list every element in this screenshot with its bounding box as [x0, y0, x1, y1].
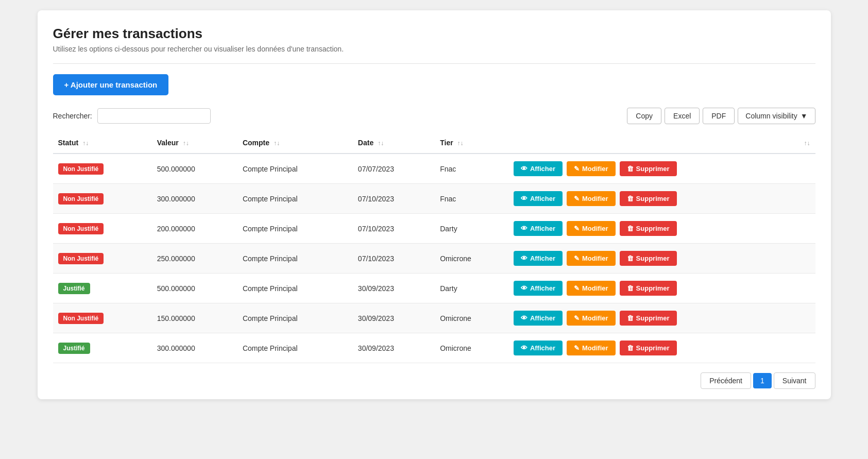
- eye-icon: 👁: [521, 254, 527, 262]
- cell-compte: Compte Principal: [237, 214, 353, 244]
- cell-tier: Omicrone: [435, 244, 508, 274]
- col-statut[interactable]: Statut ↑↓: [53, 132, 152, 154]
- pagination-next-button[interactable]: Suivant: [774, 372, 815, 389]
- status-badge: Justifié: [58, 283, 90, 294]
- cell-compte: Compte Principal: [237, 333, 353, 363]
- eye-icon: 👁: [521, 344, 527, 352]
- afficher-button[interactable]: 👁 Afficher: [514, 311, 563, 326]
- pagination-previous-button[interactable]: Précédent: [701, 372, 751, 389]
- search-input[interactable]: [97, 108, 211, 124]
- col-tier[interactable]: Tier ↑↓: [435, 132, 508, 154]
- cell-valeur: 250.000000: [152, 244, 237, 274]
- page-header: Gérer mes transactions Utilisez les opti…: [53, 26, 815, 64]
- cell-valeur: 500.000000: [152, 274, 237, 303]
- table-row: Non Justifié 500.000000 Compte Principal…: [53, 154, 815, 184]
- cell-date: 07/10/2023: [353, 184, 435, 214]
- supprimer-button[interactable]: 🗑 Supprimer: [620, 311, 677, 326]
- cell-tier: Omicrone: [435, 333, 508, 363]
- modifier-button[interactable]: ✎ Modifier: [567, 251, 616, 266]
- modifier-button[interactable]: ✎ Modifier: [567, 161, 616, 176]
- edit-icon: ✎: [574, 225, 580, 232]
- cell-date: 30/09/2023: [353, 274, 435, 303]
- pdf-button[interactable]: PDF: [703, 108, 735, 124]
- action-buttons: 👁 Afficher ✎ Modifier 🗑 Supprimer: [514, 251, 810, 266]
- column-visibility-button[interactable]: Column visibility ▼: [738, 108, 815, 124]
- supprimer-button[interactable]: 🗑 Supprimer: [620, 341, 677, 355]
- copy-button[interactable]: Copy: [627, 108, 661, 124]
- sort-icon-compte: ↑↓: [274, 140, 280, 147]
- main-container: Gérer mes transactions Utilisez les opti…: [38, 10, 831, 399]
- afficher-button[interactable]: 👁 Afficher: [514, 161, 563, 176]
- afficher-button[interactable]: 👁 Afficher: [514, 341, 563, 355]
- afficher-button[interactable]: 👁 Afficher: [514, 221, 563, 236]
- page-title: Gérer mes transactions: [53, 26, 815, 42]
- pagination-page-1-button[interactable]: 1: [753, 373, 772, 388]
- afficher-button[interactable]: 👁 Afficher: [514, 281, 563, 296]
- eye-icon: 👁: [521, 225, 527, 232]
- edit-icon: ✎: [574, 314, 580, 322]
- modifier-button[interactable]: ✎ Modifier: [567, 341, 616, 355]
- supprimer-button[interactable]: 🗑 Supprimer: [620, 281, 677, 296]
- cell-compte: Compte Principal: [237, 303, 353, 333]
- modifier-button[interactable]: ✎ Modifier: [567, 191, 616, 206]
- col-compte[interactable]: Compte ↑↓: [237, 132, 353, 154]
- action-buttons: 👁 Afficher ✎ Modifier 🗑 Supprimer: [514, 221, 810, 236]
- table-body: Non Justifié 500.000000 Compte Principal…: [53, 154, 815, 363]
- supprimer-button[interactable]: 🗑 Supprimer: [620, 191, 677, 206]
- cell-actions: 👁 Afficher ✎ Modifier 🗑 Supprimer: [508, 214, 815, 244]
- modifier-button[interactable]: ✎ Modifier: [567, 281, 616, 296]
- cell-actions: 👁 Afficher ✎ Modifier 🗑 Supprimer: [508, 303, 815, 333]
- add-transaction-button[interactable]: + Ajouter une transaction: [53, 74, 169, 95]
- table-header-row: Statut ↑↓ Valeur ↑↓ Compte ↑↓ Date ↑↓ Ti…: [53, 132, 815, 154]
- cell-tier: Fnac: [435, 154, 508, 184]
- cell-actions: 👁 Afficher ✎ Modifier 🗑 Supprimer: [508, 154, 815, 184]
- cell-valeur: 500.000000: [152, 154, 237, 184]
- afficher-button[interactable]: 👁 Afficher: [514, 191, 563, 206]
- cell-valeur: 200.000000: [152, 214, 237, 244]
- trash-icon: 🗑: [627, 314, 634, 322]
- cell-compte: Compte Principal: [237, 244, 353, 274]
- table-row: Justifié 300.000000 Compte Principal 30/…: [53, 333, 815, 363]
- sort-icon-statut: ↑↓: [82, 140, 89, 147]
- trash-icon: 🗑: [627, 195, 634, 202]
- cell-statut: Non Justifié: [53, 184, 152, 214]
- cell-tier: Darty: [435, 214, 508, 244]
- excel-button[interactable]: Excel: [665, 108, 700, 124]
- cell-valeur: 150.000000: [152, 303, 237, 333]
- sort-icon-date: ↑↓: [378, 140, 384, 147]
- cell-actions: 👁 Afficher ✎ Modifier 🗑 Supprimer: [508, 244, 815, 274]
- modifier-button[interactable]: ✎ Modifier: [567, 221, 616, 236]
- cell-statut: Justifié: [53, 333, 152, 363]
- status-badge: Non Justifié: [58, 313, 104, 324]
- col-date[interactable]: Date ↑↓: [353, 132, 435, 154]
- cell-date: 07/07/2023: [353, 154, 435, 184]
- status-badge: Justifié: [58, 343, 90, 354]
- cell-tier: Omicrone: [435, 303, 508, 333]
- cell-compte: Compte Principal: [237, 184, 353, 214]
- export-buttons: Copy Excel PDF Column visibility ▼: [627, 108, 815, 124]
- cell-date: 30/09/2023: [353, 303, 435, 333]
- supprimer-button[interactable]: 🗑 Supprimer: [620, 251, 677, 266]
- search-area: Rechercher:: [53, 108, 211, 124]
- table-row: Non Justifié 150.000000 Compte Principal…: [53, 303, 815, 333]
- cell-statut: Non Justifié: [53, 154, 152, 184]
- cell-statut: Non Justifié: [53, 244, 152, 274]
- cell-compte: Compte Principal: [237, 274, 353, 303]
- transactions-table: Statut ↑↓ Valeur ↑↓ Compte ↑↓ Date ↑↓ Ti…: [53, 132, 815, 363]
- col-valeur[interactable]: Valeur ↑↓: [152, 132, 237, 154]
- action-buttons: 👁 Afficher ✎ Modifier 🗑 Supprimer: [514, 161, 810, 176]
- supprimer-button[interactable]: 🗑 Supprimer: [620, 161, 677, 176]
- afficher-button[interactable]: 👁 Afficher: [514, 251, 563, 266]
- page-subtitle: Utilisez les options ci-dessous pour rec…: [53, 45, 815, 53]
- cell-tier: Fnac: [435, 184, 508, 214]
- cell-actions: 👁 Afficher ✎ Modifier 🗑 Supprimer: [508, 274, 815, 303]
- cell-statut: Non Justifié: [53, 214, 152, 244]
- eye-icon: 👁: [521, 314, 527, 322]
- cell-actions: 👁 Afficher ✎ Modifier 🗑 Supprimer: [508, 184, 815, 214]
- table-row: Non Justifié 250.000000 Compte Principal…: [53, 244, 815, 274]
- modifier-button[interactable]: ✎ Modifier: [567, 311, 616, 326]
- eye-icon: 👁: [521, 284, 527, 292]
- supprimer-button[interactable]: 🗑 Supprimer: [620, 221, 677, 236]
- edit-icon: ✎: [574, 344, 580, 352]
- trash-icon: 🗑: [627, 344, 634, 352]
